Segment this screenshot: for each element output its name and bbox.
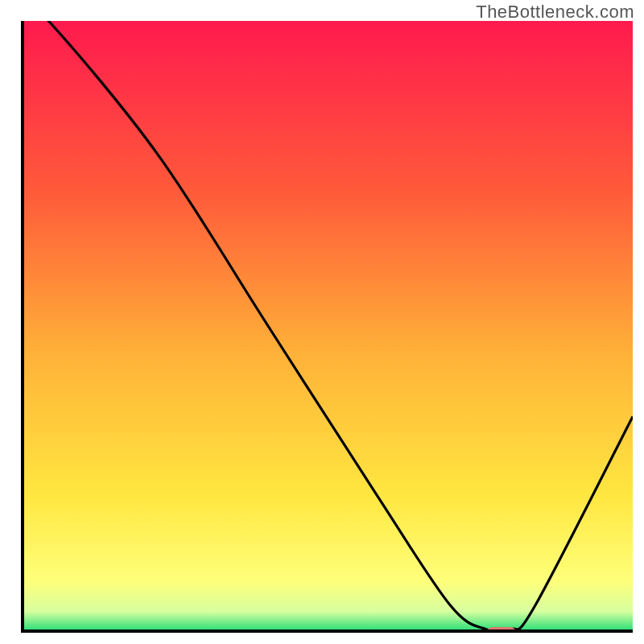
optimum-marker — [487, 627, 516, 633]
chart-curve — [24, 21, 633, 630]
watermark-text: TheBottleneck.com — [476, 2, 634, 23]
chart-plot-area — [21, 21, 633, 633]
